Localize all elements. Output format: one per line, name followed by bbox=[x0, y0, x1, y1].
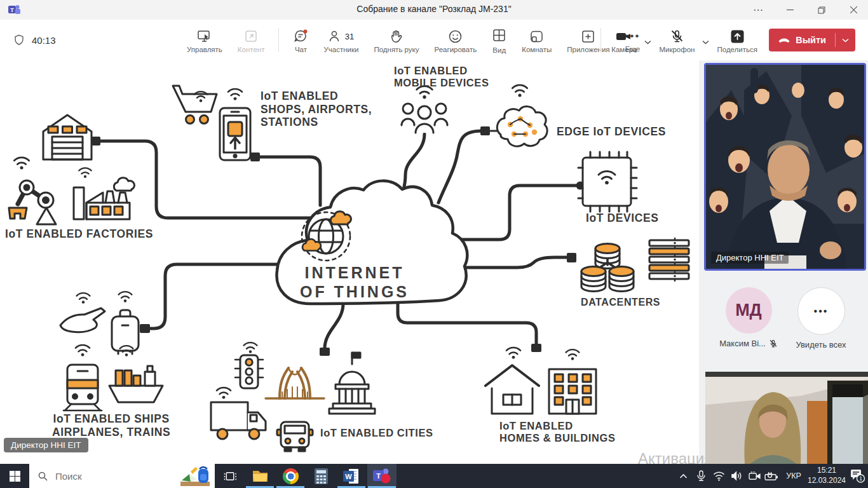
see-all-button[interactable]: ••• Увидеть всех bbox=[783, 287, 859, 349]
teams-meeting-window: T Собрание в канале "Розклад JM-231" ⋯ 4… bbox=[0, 0, 868, 488]
window-minimize-button[interactable] bbox=[775, 0, 804, 20]
participants-button[interactable]: 31 Участники bbox=[320, 25, 362, 56]
window-restore-button[interactable] bbox=[807, 0, 836, 20]
wifi-icon bbox=[77, 293, 90, 304]
teams-button[interactable]: T bbox=[367, 464, 397, 488]
file-explorer-button[interactable] bbox=[245, 464, 275, 488]
wifi-icon bbox=[244, 342, 257, 353]
camera-chevron-icon[interactable] bbox=[644, 40, 651, 44]
mic-button[interactable]: Микрофон bbox=[655, 25, 698, 56]
tray-battery-icon[interactable] bbox=[763, 464, 780, 488]
camera-button[interactable]: Камера bbox=[607, 25, 641, 56]
main-speaker-video[interactable]: Директор ННІ ЕІТ bbox=[704, 63, 866, 271]
traffic-light-icon bbox=[235, 355, 263, 388]
taskbar-search[interactable] bbox=[29, 464, 215, 488]
luggage-icon bbox=[112, 310, 139, 354]
shield-icon bbox=[13, 33, 25, 47]
action-center-button[interactable]: 1 bbox=[848, 464, 868, 488]
hangup-icon bbox=[778, 37, 790, 43]
factory-icon bbox=[74, 187, 130, 219]
react-button[interactable]: Реагировать bbox=[431, 25, 481, 56]
titlebar: T Собрание в канале "Розклад JM-231" ⋯ bbox=[0, 0, 868, 20]
see-all-circle[interactable]: ••• bbox=[797, 287, 845, 335]
toolbar-divider bbox=[278, 28, 279, 52]
meeting-toolbar: 40:13 Управлять Контент Чат 31 Учас bbox=[0, 20, 868, 61]
participant-name: Максим Ві... bbox=[719, 339, 766, 348]
airplane-icon bbox=[60, 308, 105, 332]
node-label-ships: IoT ENABLED SHIPS AIRPLANES, TRAINS bbox=[52, 412, 170, 438]
brain-icon bbox=[491, 107, 547, 147]
presenter-pill: Директор ННІ ЕІТ bbox=[4, 438, 88, 452]
node-label-iot-devices: IoT DEVICES bbox=[586, 212, 659, 225]
meeting-stage: IoT ENABLED FACTORIES IoT ENABLED SHOPS,… bbox=[0, 60, 868, 464]
raise-hand-button[interactable]: Поднять руку bbox=[370, 25, 423, 56]
bridge-icon bbox=[266, 368, 324, 398]
search-daily-image[interactable] bbox=[179, 465, 212, 487]
server-rack-icon bbox=[649, 238, 689, 281]
capitol-icon bbox=[329, 353, 375, 414]
language-indicator[interactable]: УКР bbox=[782, 464, 806, 488]
car-icon bbox=[277, 422, 313, 451]
start-button[interactable] bbox=[0, 464, 29, 488]
wifi-icon bbox=[79, 168, 92, 178]
rooms-button[interactable]: Комнаты bbox=[518, 25, 555, 56]
chrome-icon bbox=[283, 468, 299, 484]
taskbar: W T УКР 15:21 bbox=[0, 464, 868, 488]
avatar[interactable]: МД bbox=[726, 287, 772, 334]
building-icon bbox=[549, 369, 596, 414]
teams-glyph: T bbox=[376, 472, 381, 480]
participant-md[interactable]: МД Максим Ві... bbox=[710, 287, 787, 348]
share-button[interactable]: Поделиться bbox=[713, 25, 761, 56]
leave-chevron-icon[interactable] bbox=[836, 38, 855, 43]
leave-button[interactable]: Выйти bbox=[769, 29, 855, 51]
node-label-cities: IoT ENABLED CITIES bbox=[320, 427, 433, 439]
window-close-button[interactable] bbox=[839, 0, 868, 20]
train-icon bbox=[64, 365, 102, 410]
tray-mic-icon[interactable] bbox=[693, 464, 709, 488]
view-button[interactable]: Вид bbox=[488, 24, 510, 57]
calculator-button[interactable] bbox=[306, 464, 336, 488]
secondary-video-frame bbox=[705, 372, 868, 464]
wifi-icon bbox=[76, 345, 90, 356]
wifi-icon bbox=[512, 85, 527, 97]
tray-wifi-icon[interactable] bbox=[710, 464, 727, 488]
wifi-icon bbox=[228, 89, 242, 100]
mic-chevron-icon[interactable] bbox=[702, 40, 709, 44]
shared-screen[interactable]: IoT ENABLED FACTORIES IoT ENABLED SHOPS,… bbox=[0, 60, 699, 464]
chrome-button[interactable] bbox=[276, 464, 305, 488]
window-more-button[interactable]: ⋯ bbox=[743, 0, 773, 20]
node-label-edge: EDGE IoT DEVICES bbox=[557, 125, 666, 139]
search-input[interactable] bbox=[54, 470, 171, 482]
smoke-cloud-icon bbox=[114, 178, 134, 191]
house-icon bbox=[485, 365, 539, 414]
content-button[interactable]: Контент bbox=[234, 25, 269, 56]
task-view-button[interactable] bbox=[216, 464, 244, 488]
speaker-video-frame bbox=[706, 65, 864, 269]
window-title: Собрание в канале "Розклад JM-231" bbox=[0, 4, 868, 14]
node-label-homes: IoT ENABLED HOMES & BUILDINGS bbox=[499, 420, 616, 445]
warehouse-icon bbox=[43, 115, 92, 159]
tray-date: 12.03.2024 bbox=[808, 476, 846, 486]
smartphone-icon bbox=[220, 108, 250, 160]
cloud-title-line1: INTERNET bbox=[272, 264, 437, 282]
avatar-initials: МД bbox=[735, 301, 762, 320]
manage-button[interactable]: Управлять bbox=[183, 25, 226, 56]
tray-volume-icon[interactable] bbox=[728, 464, 745, 488]
cloud-title-line2: OF THINGS bbox=[272, 283, 437, 301]
cargo-ship-icon bbox=[109, 366, 163, 402]
clock[interactable]: 15:21 12.03.2024 bbox=[806, 464, 848, 488]
chat-button[interactable]: Чат bbox=[289, 24, 312, 56]
node-label-shops: IoT ENABLED SHOPS, AIRPORTS, STATIONS bbox=[261, 90, 372, 129]
wifi-icon bbox=[217, 388, 231, 399]
word-button[interactable]: W bbox=[337, 464, 366, 488]
see-all-label: Увидеть всех bbox=[796, 340, 846, 349]
secondary-video[interactable] bbox=[705, 372, 868, 464]
databases-icon bbox=[581, 244, 634, 292]
tray-chevron-icon[interactable] bbox=[675, 464, 691, 488]
mic-muted-icon bbox=[769, 339, 778, 348]
speaker-name-label: Директор ННІ ЕІТ bbox=[711, 252, 789, 264]
ellipsis-icon: ••• bbox=[814, 306, 829, 317]
node-label-datacenters: DATACENTERS bbox=[581, 297, 660, 309]
participants-count: 31 bbox=[345, 32, 354, 41]
tray-meet-now-icon[interactable] bbox=[746, 464, 763, 488]
